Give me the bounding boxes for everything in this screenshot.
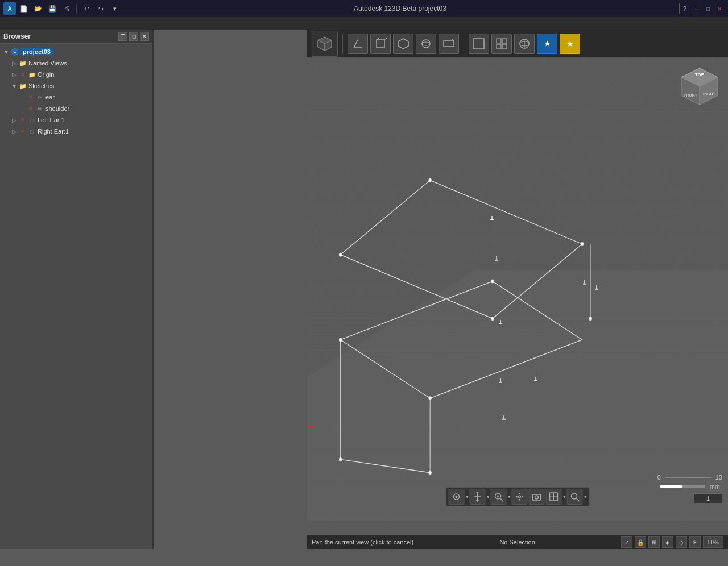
browser-menu-btn[interactable]: ☰ — [118, 32, 127, 41]
magnifier-btn[interactable] — [567, 489, 583, 505]
toggle-origin[interactable]: ▷ — [10, 70, 18, 78]
move-tool-btn[interactable] — [512, 489, 528, 505]
svg-text:⊥: ⊥ — [534, 376, 537, 382]
svg-marker-9 — [398, 39, 408, 49]
toolbar-sep-1 — [342, 34, 343, 54]
tree-right-ear[interactable]: ▷ ✕ □ Right Ear:1 — [10, 126, 150, 137]
tree-named-views[interactable]: ▷ 📁 Named Views — [10, 57, 150, 69]
status-check-icon[interactable]: ✓ — [621, 536, 632, 548]
status-lights-icon[interactable]: ☀ — [689, 536, 701, 548]
viewport[interactable]: ⊥ ⊥ ⊥ ⊥ — [307, 58, 728, 521]
toolbar-sep-2 — [464, 34, 464, 54]
pan-tool-btn[interactable] — [470, 489, 486, 505]
selection-status: No Selection — [499, 539, 535, 546]
svg-line-8 — [384, 38, 387, 40]
save-btn[interactable]: 💾 — [46, 3, 59, 14]
front-view-btn[interactable] — [370, 34, 391, 54]
shoulder-label: shoulder — [46, 105, 69, 112]
svg-point-88 — [339, 253, 341, 256]
browser-title: Browser — [3, 32, 31, 40]
scale-unit: mm — [708, 482, 722, 491]
browser-tree: ▼ ● project03 ▷ 📁 Named Views ▷ ✕ 📁 Orig… — [0, 44, 152, 549]
status-snap-icon[interactable]: ◈ — [662, 536, 673, 548]
orbit-btn[interactable] — [416, 34, 436, 54]
tree-project[interactable]: ▼ ● project03 — [2, 46, 150, 57]
magnifier-dropdown[interactable]: ▾ — [584, 494, 587, 500]
zoom-tool-btn[interactable] — [491, 489, 507, 505]
status-material-icon[interactable]: ◇ — [676, 536, 687, 548]
svg-rect-6 — [377, 40, 384, 48]
tree-origin[interactable]: ▷ ✕ 📁 Origin — [10, 69, 150, 80]
svg-point-105 — [429, 471, 431, 475]
2d-btn[interactable]: ★ — [537, 34, 557, 54]
toggle-sketches[interactable]: ▼ — [10, 82, 18, 90]
svg-rect-12 — [444, 41, 454, 47]
open-btn[interactable]: 📂 — [32, 3, 44, 14]
status-lock-icon[interactable]: 🔒 — [635, 536, 646, 548]
print-btn[interactable]: 🖨 — [60, 3, 73, 14]
svg-point-103 — [491, 280, 494, 283]
toggle-right-ear[interactable]: ▷ — [10, 127, 18, 135]
svg-point-104 — [339, 458, 341, 461]
restore-btn[interactable]: □ — [703, 3, 713, 14]
viewport-area: ★ ★ — [154, 30, 728, 549]
svg-line-122 — [500, 498, 503, 501]
home-view-btn[interactable] — [312, 31, 338, 57]
toggle-left-ear[interactable]: ▷ — [10, 116, 18, 124]
svg-point-102 — [429, 397, 431, 400]
app-menu-btn[interactable]: A — [3, 2, 16, 15]
browser-close-btn[interactable]: ✕ — [140, 32, 149, 41]
sphere-btn[interactable] — [514, 34, 535, 54]
top-view-btn[interactable] — [393, 34, 413, 54]
svg-point-131 — [572, 493, 577, 499]
more-btn[interactable]: ▾ — [109, 3, 121, 14]
tree-ear[interactable]: ✕ ✏ ear — [18, 91, 150, 103]
close-btn[interactable]: ✕ — [714, 3, 725, 14]
status-grid-icon[interactable]: ⊞ — [648, 536, 660, 548]
svg-rect-17 — [502, 39, 507, 43]
minimize-btn[interactable]: ─ — [692, 3, 702, 14]
named-views-label: Named Views — [28, 60, 67, 66]
toggle-project[interactable]: ▼ — [2, 48, 10, 56]
ear-sketch-icon: ✏ — [35, 93, 44, 102]
view-mode-btn[interactable] — [546, 489, 562, 505]
orbit-dropdown[interactable]: ▾ — [466, 494, 469, 500]
origin-label: Origin — [38, 71, 54, 78]
origin-icon: ✕ — [18, 70, 27, 79]
left-ear-icon: ✕ — [18, 115, 27, 124]
redo-btn[interactable]: ↪ — [94, 3, 107, 14]
look-at-btn[interactable] — [439, 34, 459, 54]
camera-btn[interactable] — [529, 489, 545, 505]
right-ear-body-icon: □ — [27, 127, 36, 136]
perspective-view-btn[interactable] — [348, 34, 368, 54]
help-icon[interactable]: ? — [679, 3, 690, 14]
svg-text:FRONT: FRONT — [684, 93, 698, 97]
nav-cube[interactable]: TOP FRONT RIGHT — [677, 64, 722, 109]
toggle-named-views[interactable]: ▷ — [10, 59, 18, 67]
browser-header: Browser ☰ ◻ ✕ — [0, 30, 152, 44]
single-view-btn[interactable] — [469, 34, 489, 54]
origin-folder-icon: 📁 — [27, 70, 36, 79]
new-btn[interactable]: 📄 — [18, 3, 30, 14]
menubar — [0, 17, 728, 30]
view-mode-dropdown[interactable]: ▾ — [563, 494, 566, 500]
undo-btn[interactable]: ↩ — [80, 3, 93, 14]
svg-rect-15 — [474, 39, 484, 49]
zoom-dropdown[interactable]: ▾ — [508, 494, 511, 500]
pan-dropdown[interactable]: ▾ — [487, 494, 490, 500]
svg-point-10 — [422, 40, 430, 48]
status-zoom-pct[interactable]: 50% — [703, 536, 723, 548]
shoulder-icon: ✕ — [26, 104, 35, 113]
bottom-toolbar: ▾ ▾ — [446, 487, 590, 506]
svg-point-101 — [339, 338, 341, 342]
svg-text:⊥: ⊥ — [495, 255, 498, 261]
orbit-tool-btn[interactable] — [449, 489, 465, 505]
browser-resize-btn[interactable]: ◻ — [129, 32, 138, 41]
star-btn[interactable]: ★ — [560, 34, 580, 54]
tree-left-ear[interactable]: ▷ ✕ □ Left Ear:1 — [10, 114, 150, 126]
quad-view-btn[interactable] — [491, 34, 512, 54]
tree-sketches[interactable]: ▼ 📁 Sketches — [10, 80, 150, 91]
tree-shoulder[interactable]: ✕ ✏ shoulder — [18, 103, 150, 114]
ear-icon: ✕ — [26, 93, 35, 102]
svg-point-89 — [491, 317, 494, 321]
